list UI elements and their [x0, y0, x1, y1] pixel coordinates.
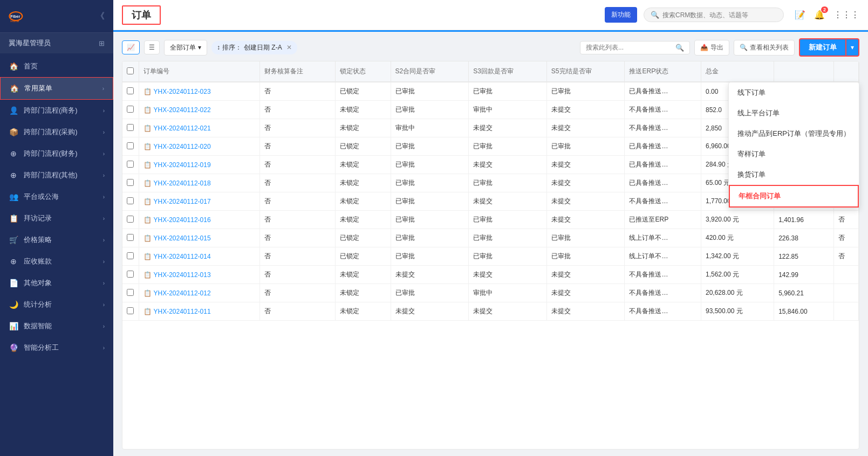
- erp-status: 已推送至ERP: [625, 211, 701, 229]
- th-col9: [774, 61, 834, 82]
- th-col10: [834, 61, 859, 82]
- row-checkbox[interactable]: [127, 271, 134, 278]
- order-link[interactable]: YHX-20240112-023: [154, 88, 211, 95]
- s2-status: 已审批: [391, 137, 469, 156]
- note-icon: 📝: [795, 10, 805, 19]
- new-feature-button[interactable]: 新功能: [605, 7, 637, 23]
- row-checkbox[interactable]: [127, 252, 134, 259]
- table-search-box[interactable]: 🔍: [580, 41, 690, 54]
- sidebar-item-data-intel[interactable]: 📊 数据智能 ›: [0, 315, 113, 337]
- view-related-btn[interactable]: 🔍 查看相关列表: [734, 40, 795, 56]
- lock-status: 未锁定: [336, 174, 391, 192]
- col10: 否: [834, 229, 859, 247]
- row-checkbox[interactable]: [127, 106, 134, 113]
- sidebar-item-receivables[interactable]: ⊕ 应收账款 ›: [0, 251, 113, 272]
- menu-item-online-platform-order[interactable]: 线上平台订单: [729, 103, 859, 123]
- row-checkbox[interactable]: [127, 234, 134, 241]
- sidebar-item-other[interactable]: 📄 其他对象 ›: [0, 272, 113, 294]
- sidebar-item-label: 其他对象: [24, 278, 98, 288]
- order-type-icon: 📋: [143, 179, 152, 187]
- col9: 226.38: [774, 229, 834, 247]
- table-row: 📋YHX-20240112-013 否 未锁定 未提交 未提交 未提交 不具备推…: [122, 266, 859, 284]
- order-link[interactable]: YHX-20240112-019: [154, 161, 211, 169]
- search-icon: 🔍: [675, 44, 684, 52]
- menu-item-sample-order[interactable]: 寄样订单: [729, 144, 859, 164]
- new-order-dropdown-btn[interactable]: ▾: [846, 38, 859, 57]
- new-order-button[interactable]: 新建订单: [799, 38, 846, 57]
- menu-item-exchange-order[interactable]: 换货订单: [729, 164, 859, 185]
- order-link[interactable]: YHX-20240112-022: [154, 106, 211, 114]
- row-checkbox[interactable]: [127, 87, 134, 94]
- sidebar-item-platform[interactable]: 👥 平台或公海 ›: [0, 186, 113, 208]
- select-all-checkbox[interactable]: [127, 67, 134, 74]
- finance-note: 否: [259, 211, 335, 229]
- topbar-search[interactable]: 🔍: [644, 8, 784, 22]
- row-checkbox[interactable]: [127, 142, 134, 149]
- col10: 否: [834, 211, 859, 229]
- sidebar-collapse-btn[interactable]: 《: [96, 11, 105, 22]
- sidebar-item-cross-other[interactable]: ⊕ 跨部门流程(其他) ›: [0, 164, 113, 186]
- order-type-icon: 📋: [143, 143, 152, 150]
- order-link[interactable]: YHX-20240112-015: [154, 234, 211, 242]
- order-link[interactable]: YHX-20240112-020: [154, 143, 211, 150]
- erp-status: 已具备推送…: [625, 174, 701, 192]
- search-input[interactable]: [662, 11, 770, 19]
- arrow-icon: ›: [103, 259, 105, 265]
- order-link[interactable]: YHX-20240112-017: [154, 198, 211, 205]
- menu-item-offline-order[interactable]: 线下订单: [729, 82, 859, 103]
- s2-status: 已审批: [391, 101, 469, 119]
- other-icon: 📄: [9, 278, 18, 288]
- sidebar-item-home[interactable]: 🏠 首页: [0, 56, 113, 77]
- sidebar-item-cross-biz[interactable]: 👤 跨部门流程(商务) ›: [0, 100, 113, 121]
- sidebar-item-stats[interactable]: 🌙 统计分析 ›: [0, 294, 113, 315]
- erp-status: 不具备推送…: [625, 302, 701, 321]
- lock-status: 已锁定: [336, 247, 391, 266]
- menu-item-annual-frame-order[interactable]: 年框合同订单: [729, 185, 859, 208]
- sidebar-item-pricing[interactable]: 🛒 价格策略 ›: [0, 229, 113, 251]
- order-link[interactable]: YHX-20240112-016: [154, 216, 211, 224]
- topbar-icons: 📝 🔔 2 ⋮⋮⋮: [795, 10, 859, 20]
- sidebar-item-common-menu[interactable]: 🏠 常用菜单 › 👤 客户 📋 联系人 ⊕ 销售机会: [0, 77, 113, 100]
- row-checkbox[interactable]: [127, 307, 134, 314]
- list-view-btn[interactable]: ☰: [144, 40, 160, 54]
- th-order-no: 订单编号: [139, 61, 259, 82]
- row-checkbox[interactable]: [127, 197, 134, 204]
- export-btn[interactable]: 📤 导出: [694, 40, 729, 56]
- order-link[interactable]: YHX-20240112-011: [154, 308, 211, 315]
- s3-status: 已审批: [469, 229, 547, 247]
- row-checkbox[interactable]: [127, 161, 134, 168]
- row-checkbox[interactable]: [127, 216, 134, 223]
- grid-menu-btn[interactable]: ⋮⋮⋮: [833, 10, 859, 20]
- order-link[interactable]: YHX-20240112-018: [154, 179, 211, 187]
- sidebar-item-visits[interactable]: 📋 拜访记录 ›: [0, 208, 113, 229]
- chart-view-btn[interactable]: 📈: [122, 40, 140, 54]
- note-icon-btn[interactable]: 📝: [795, 10, 805, 20]
- order-type-icon: 📋: [143, 234, 152, 242]
- row-checkbox[interactable]: [127, 289, 134, 296]
- menu-item-push-to-erp[interactable]: 推动产品到ERP订单（管理员专用）: [729, 123, 859, 144]
- order-link[interactable]: YHX-20240112-013: [154, 271, 211, 279]
- sidebar-item-label: 价格策略: [24, 235, 98, 245]
- s2-status: 未提交: [391, 266, 469, 284]
- s5-status: 未提交: [546, 101, 625, 119]
- col10: [834, 266, 859, 284]
- platform-icon: 👥: [9, 192, 18, 202]
- sidebar-item-cross-pur[interactable]: 📦 跨部门流程(采购) ›: [0, 121, 113, 143]
- finance-note: 否: [259, 82, 335, 101]
- finance-note: 否: [259, 174, 335, 192]
- row-checkbox[interactable]: [127, 179, 134, 186]
- row-checkbox[interactable]: [127, 124, 134, 131]
- notification-btn[interactable]: 🔔 2: [814, 10, 825, 20]
- amount: 420.00 元: [701, 229, 774, 247]
- sidebar-item-cross-fin[interactable]: ⊕ 跨部门流程(财务) ›: [0, 143, 113, 164]
- filter-dropdown[interactable]: 全部订单 ▾: [164, 40, 207, 56]
- user-grid-icon[interactable]: ⊞: [99, 39, 105, 47]
- list-icon: ☰: [149, 44, 155, 51]
- table-search-input[interactable]: [586, 44, 672, 51]
- order-link[interactable]: YHX-20240112-014: [154, 253, 211, 260]
- sort-clear-btn[interactable]: ✕: [286, 44, 292, 51]
- dropdown-arrow-icon: ▾: [851, 44, 854, 51]
- order-link[interactable]: YHX-20240112-012: [154, 289, 211, 297]
- order-link[interactable]: YHX-20240112-021: [154, 125, 211, 132]
- sidebar-item-smart-analysis[interactable]: 🔮 智能分析工 ›: [0, 337, 113, 358]
